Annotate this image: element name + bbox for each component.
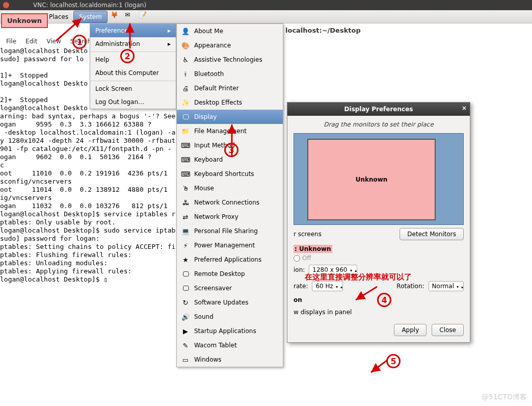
pref-label: Keyboard Shortcuts <box>194 170 254 177</box>
menu-edit[interactable]: Edit <box>21 37 41 46</box>
watermark: @51CTO博客 <box>482 393 527 402</box>
pref-item-preferred-applications[interactable]: ★Preferred Applications <box>177 252 283 267</box>
close-button[interactable]: Close <box>432 324 464 336</box>
pref-icon: 🖵 <box>181 112 190 121</box>
pref-item-desktop-effects[interactable]: ✨Desktop Effects <box>177 95 283 110</box>
pref-item-network-proxy[interactable]: ⇄Network Proxy <box>177 210 283 224</box>
pref-item-software-updates[interactable]: ↻Software Updates <box>177 295 283 310</box>
pref-label: Display <box>194 113 217 120</box>
pref-label: Keyboard <box>194 156 223 163</box>
pref-icon: 🖧 <box>181 198 190 207</box>
menu-administration[interactable]: Administration▸ <box>90 37 176 50</box>
pref-item-mouse[interactable]: 🖱Mouse <box>177 181 283 195</box>
gnome-panel: Places System 🦊 ✉ 📝 <box>0 10 532 23</box>
window-titlebar[interactable]: Display Preferences× <box>287 103 470 116</box>
menu-preferences[interactable]: Preferences▸ <box>90 24 176 37</box>
pref-icon: 🔊 <box>181 312 190 321</box>
detect-monitors-button[interactable]: Detect Monitors <box>400 228 464 240</box>
pref-label: About Me <box>194 28 223 35</box>
pref-item-bluetooth[interactable]: ᚼBluetooth <box>177 67 283 81</box>
notes-icon[interactable]: 📝 <box>139 11 150 22</box>
monitor-tile[interactable]: Unknown <box>307 139 436 220</box>
rotation-select[interactable]: Normal <box>429 281 464 291</box>
pref-item-appearance[interactable]: 🎨Appearance <box>177 38 283 53</box>
pref-label: Startup Applications <box>194 327 256 335</box>
pref-item-personal-file-sharing[interactable]: 💻Personal File Sharing <box>177 224 283 238</box>
pref-label: File Management <box>194 128 247 135</box>
pref-item-network-connections[interactable]: 🖧Network Connections <box>177 195 283 210</box>
pref-icon: ♿ <box>181 55 190 64</box>
pref-label: Windows <box>194 356 222 363</box>
menu-lock-screen[interactable]: Lock Screen <box>90 82 176 95</box>
refresh-rate-select[interactable]: 60 Hz <box>312 281 342 291</box>
pref-icon: 🖨 <box>181 84 190 93</box>
unknown-monitor-badge: Unknown <box>1 13 48 28</box>
rotation-label: Rotation: <box>396 283 424 290</box>
section-label: on <box>287 294 470 306</box>
menu-help[interactable]: Help <box>90 53 176 66</box>
pref-item-screensaver[interactable]: 🖵Screensaver <box>177 281 283 295</box>
pref-icon: 💻 <box>181 226 190 236</box>
pref-item-sound[interactable]: 🔊Sound <box>177 310 283 324</box>
off-label: Off <box>302 255 311 262</box>
vnc-titlebar: VNC: localhost.localdomain:1 (logan) <box>0 0 532 10</box>
pref-label: Input Method <box>194 142 235 149</box>
terminal-menubar: File Edit View Search <box>0 37 95 46</box>
pref-icon: ᚼ <box>181 69 190 79</box>
mail-icon[interactable]: ✉ <box>125 11 136 22</box>
places-menu[interactable]: Places <box>44 11 73 22</box>
pref-icon: ⚡ <box>181 241 190 250</box>
system-menu[interactable]: System <box>73 11 108 23</box>
pref-icon: 🖱 <box>181 184 190 193</box>
preferences-submenu: 👤About Me🎨Appearance♿Assistive Technolog… <box>176 23 283 367</box>
menu-logout[interactable]: Log Out logan… <box>90 95 176 109</box>
pref-icon: 🖵 <box>181 269 190 278</box>
system-dropdown: Preferences▸ Administration▸ Help About … <box>90 23 176 109</box>
pref-item-remote-desktop[interactable]: 🖵Remote Desktop <box>177 267 283 281</box>
pref-item-display[interactable]: 🖵Display <box>177 110 283 124</box>
pref-icon: ★ <box>181 255 190 264</box>
pref-label: Bluetooth <box>194 70 224 78</box>
pref-label: Preferred Applications <box>194 256 261 263</box>
monitor-layout-canvas[interactable]: Unknown <box>294 133 464 225</box>
pref-item-startup-applications[interactable]: ▶Startup Applications <box>177 324 283 338</box>
menu-view[interactable]: View <box>42 37 65 46</box>
pref-icon: ↻ <box>181 298 190 307</box>
pref-item-keyboard[interactable]: ⌨Keyboard <box>177 153 283 167</box>
svg-line-4 <box>371 360 387 372</box>
submenu-arrow-icon: ▸ <box>168 27 171 34</box>
pref-icon: 👤 <box>181 27 190 36</box>
pref-icon: ▭ <box>181 355 190 364</box>
pref-item-wacom-tablet[interactable]: ✎Wacom Tablet <box>177 338 283 352</box>
close-icon[interactable]: × <box>462 105 467 112</box>
pref-label: Power Management <box>194 242 255 249</box>
close-dot-icon[interactable] <box>3 2 9 8</box>
vnc-title-text: VNC: localhost.localdomain:1 (logan) <box>33 2 146 9</box>
pref-icon: ✎ <box>181 341 190 350</box>
apply-button[interactable]: Apply <box>394 324 427 336</box>
pref-icon: 🖵 <box>181 284 190 293</box>
off-radio[interactable] <box>294 255 300 262</box>
resolution-select[interactable]: 1280 x 960 <box>309 265 357 275</box>
hint-text: Drag the monitors to set their place <box>287 116 470 133</box>
display-preferences-window: Display Preferences× Drag the monitors t… <box>287 102 470 343</box>
pref-label: Personal File Sharing <box>194 227 258 235</box>
pref-icon: ✨ <box>181 98 190 107</box>
pref-item-power-management[interactable]: ⚡Power Management <box>177 238 283 252</box>
pref-label: Screensaver <box>194 285 232 292</box>
pref-label: Appearance <box>194 42 231 49</box>
pref-label: Mouse <box>194 185 214 192</box>
pref-item-keyboard-shortcuts[interactable]: ⌨Keyboard Shortcuts <box>177 167 283 181</box>
pref-item-default-printer[interactable]: 🖨Default Printer <box>177 81 283 95</box>
pref-item-file-management[interactable]: 📁File Management <box>177 124 283 138</box>
menu-file[interactable]: File <box>2 37 20 46</box>
pref-item-windows[interactable]: ▭Windows <box>177 352 283 367</box>
pref-item-assistive-technologies[interactable]: ♿Assistive Technologies <box>177 53 283 67</box>
pref-item-about-me[interactable]: 👤About Me <box>177 24 283 38</box>
submenu-arrow-icon: ▸ <box>168 40 171 47</box>
firefox-icon[interactable]: 🦊 <box>111 11 122 22</box>
monitor-name-label: : Unknown <box>287 243 470 255</box>
menu-about-computer[interactable]: About this Computer <box>90 66 176 80</box>
refresh-rate-label: rate: <box>294 283 308 290</box>
pref-item-input-method[interactable]: ⌨Input Method <box>177 138 283 153</box>
